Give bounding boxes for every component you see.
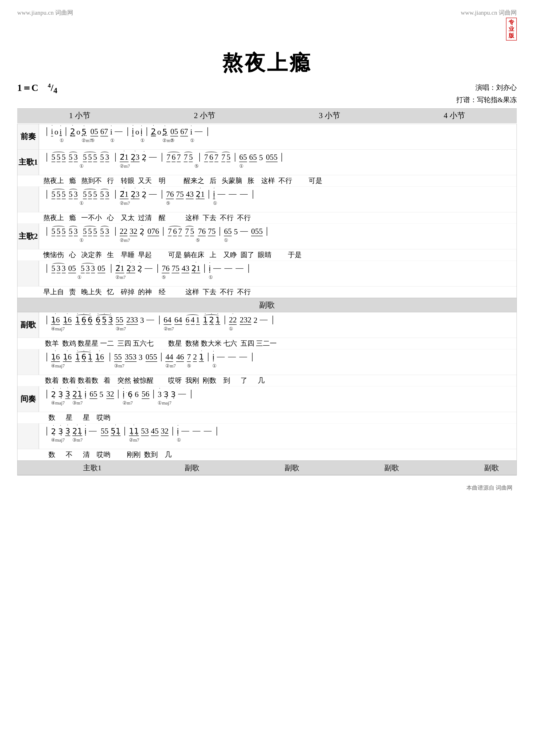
nav-item-3: [117, 463, 167, 473]
nav-item-8: 副歌: [367, 463, 417, 473]
main-sheet: 前奏 | i o i ① |: [17, 124, 517, 475]
label-chorus-2: [17, 349, 39, 375]
nav-item-10: 副歌: [467, 463, 517, 473]
barline4: |: [146, 126, 148, 136]
section-4: 4 小节: [392, 110, 517, 121]
barline: |: [46, 126, 48, 136]
label-verse1-2: [17, 187, 39, 212]
notation-interlude-2: | 2̣ ④maj7 3̣ 3̣ 2̣1̣ ③m7 ị: [43, 425, 512, 443]
section-headers-band: 1 小节 2 小节 3 小节 4 小节: [17, 108, 517, 123]
nav-item-6: 副歌: [267, 463, 317, 473]
music-prelude: | i o i ① | 2̣: [39, 124, 517, 149]
lyric-verse2-1: 懊恼伤 心 决定养 生 早睡 早起 可是 躺在床 上 又睁 圆了 眼睛 于是: [17, 249, 517, 261]
notation-verse2-2: | 5 3 3 05 ① 5 3 3: [43, 262, 512, 280]
song-title: 熬夜上瘾: [17, 49, 517, 77]
note-o3: o: [135, 128, 139, 136]
section-3: 3 小节: [267, 110, 392, 121]
note-5d: 5̣ ②m7: [82, 128, 87, 136]
lyricist: 打谱：写轮指&果冻: [456, 94, 517, 106]
note-5d2: 5̣ ②m7: [162, 128, 167, 136]
note-2d2: 2̣: [151, 127, 156, 136]
music-verse2-2: | 5 3 3 05 ① 5 3 3: [39, 261, 517, 286]
row-verse1-music1: 主歌1 | 5 5 5 5 3 ①: [17, 149, 517, 175]
notation-prelude: | i o i ① | 2̣: [43, 126, 512, 143]
barline2: |: [65, 126, 67, 136]
badge: 专业版: [506, 18, 517, 40]
note-o4: o: [157, 128, 161, 136]
note-i3: i ①: [110, 128, 113, 136]
label-interlude: 间奏: [17, 387, 39, 412]
music-interlude-2: | 2̣ ④maj7 3̣ 3̣ 2̣1̣ ③m7 ị: [39, 423, 517, 449]
lyric-interlude-2: 数 不 清 哎哟 刚刚 数到 几: [17, 449, 517, 461]
note-2d: 2̣: [70, 127, 75, 136]
music-verse2-1: | 5 5 5 5 3 ① 5 5: [39, 224, 517, 249]
music-verse1-2: | 5 5 5 5 3 ①: [39, 187, 517, 212]
label-interlude-2: [17, 423, 39, 449]
note-i4: ị: [132, 127, 134, 136]
music-chorus-2: | 1̣6 ④maj7 1̣6 1̣ 6̣ 1̣ 1̣: [39, 349, 517, 375]
note-i2: i ①: [60, 128, 62, 136]
group-555: 5 5 5: [51, 153, 66, 162]
logo-left: www.jianpu.cn 词曲网: [17, 9, 73, 17]
note-67b: 67: [180, 127, 188, 136]
note-i5: ị ①: [140, 128, 142, 136]
lyric-chorus-2: 数着 数着 数着数 着 突然 被惊醒 哎呀 我刚 刚数 到 了 几: [17, 375, 517, 387]
label-verse2: 主歌2: [17, 224, 39, 249]
logo-right: www.jianpu.cn 词曲网 专业版: [461, 9, 517, 40]
row-interlude-music1: 间奏 | 2̣ ④maj7 3̣ 3̣ 2̣1̣ ③: [17, 387, 517, 412]
notation-verse1-2: | 5 5 5 5 3 ①: [43, 188, 512, 205]
row-verse1-music2: | 5 5 5 5 3 ①: [17, 187, 517, 212]
section-2: 2 小节: [142, 110, 267, 121]
nav-item-7: [317, 463, 367, 473]
music-chorus-1: | 1̣6 ④maj7 1̣6 1̣ 6̣ 6̣: [39, 312, 517, 338]
group-555b: 5 5 5: [82, 153, 98, 162]
footer-source: 本曲谱源自 词曲网: [17, 484, 517, 492]
note-i6: i ①: [190, 128, 192, 136]
row-verse2-music2: | 5 3 3 05 ① 5 3 3: [17, 261, 517, 286]
lyric-verse1-1: 熬夜上 瘾 熬到不 行 转眼 又天 明 醒来之 后 头蒙脑 胀 这样 不行 可是: [17, 175, 517, 187]
performer-info: 演唱：刘亦心 打谱：写轮指&果冻: [456, 81, 517, 106]
song-meta: 1＝C 4/4 演唱：刘亦心 打谱：写轮指&果冻: [17, 81, 517, 106]
label-prelude: 前奏: [17, 124, 39, 149]
label-verse1: 主歌1: [17, 149, 39, 175]
logo-right-text: www.jianpu.cn 词曲网: [461, 9, 517, 17]
row-chorus-music2: | 1̣6 ④maj7 1̣6 1̣ 6̣ 1̣ 1̣: [17, 349, 517, 375]
bottom-nav-band: 主歌1 副歌 副歌 副歌 副歌: [17, 461, 517, 475]
tempo: 1＝C 4/4: [17, 81, 57, 95]
performer: 演唱：刘亦心: [456, 81, 517, 94]
note-o2: o: [76, 128, 80, 136]
notation-verse2-1: | 5 5 5 5 3 ① 5 5: [43, 226, 512, 243]
notation-interlude-1: | 2̣ ④maj7 3̣ 3̣ 2̣1̣ ③m7: [43, 388, 512, 405]
nav-item-9: [417, 463, 467, 473]
notation-verse1-1: | 5 5 5 5 3 ①: [43, 151, 512, 169]
row-interlude-music2: | 2̣ ④maj7 3̣ 3̣ 2̣1̣ ③m7 ị: [17, 423, 517, 449]
row-verse2-music1: 主歌2 | 5 5 5 5 3 ①: [17, 224, 517, 249]
nav-item-1: [17, 463, 67, 473]
group-53: 5 3: [68, 153, 78, 162]
chorus-label-band: 副歌: [17, 300, 517, 310]
group-53b: 5 3: [99, 153, 110, 162]
dash1: —: [115, 126, 122, 136]
barline5: |: [207, 126, 209, 136]
note-o1: o: [55, 128, 58, 136]
row-chorus-music1: 副歌 | 1̣6 ④maj7 1̣6 1̣ 6̣: [17, 312, 517, 338]
lyric-interlude-1: 数 星 星 哎哟: [17, 412, 517, 423]
section-1: 1 小节: [17, 110, 142, 121]
label-chorus: 副歌: [17, 312, 39, 338]
tempo-text: 1＝C 4/4: [17, 83, 57, 93]
notation-chorus-1: | 1̣6 ④maj7 1̣6 1̣ 6̣ 6̣: [43, 314, 512, 331]
note-i1: i: [51, 127, 53, 136]
row-prelude: 前奏 | i o i ① |: [17, 124, 517, 149]
lyric-chorus-1: 数羊 数鸡 数星星 一二 三四 五六七 数星 数猪 数大米 七六 五四 三二一: [17, 338, 517, 349]
footer-text: 本曲谱源自 词曲网: [467, 485, 513, 491]
nav-item-4: 副歌: [167, 463, 217, 473]
music-interlude-1: | 2̣ ④maj7 3̣ 3̣ 2̣1̣ ③m7: [39, 387, 517, 412]
note-05: 05 ⑤: [90, 127, 98, 136]
lyric-verse2-2: 早上自 责 晚上失 忆 碎掉 的神 经 这样 下去 不行 不行: [17, 286, 517, 298]
chorus-band: 副歌: [17, 298, 517, 312]
note-05b: 05 ⑤: [170, 127, 178, 136]
nav-item-2: 主歌1: [67, 463, 117, 473]
dash2: —: [195, 126, 202, 136]
note-67: 67: [100, 127, 108, 136]
label-verse2-2: [17, 261, 39, 286]
